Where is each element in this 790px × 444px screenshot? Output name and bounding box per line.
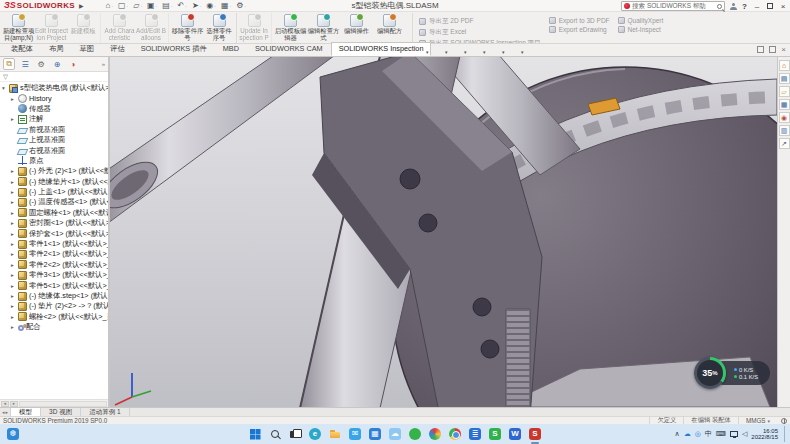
tree-item[interactable]: 固定螺栓<1> (默认<<默认>_显示状: [0, 208, 108, 218]
tree-item[interactable]: 原点: [0, 156, 108, 166]
edit-inspection-project-button[interactable]: Edit Inspection Project: [35, 13, 68, 43]
tree-item[interactable]: 配合: [0, 322, 108, 332]
expand-arrow-icon[interactable]: [11, 251, 16, 257]
headsup-icon[interactable]: [356, 46, 369, 59]
add-characteristic-button[interactable]: Add Characteristic: [103, 13, 136, 43]
expand-arrow-icon[interactable]: [11, 210, 16, 216]
file-explorer-icon[interactable]: ▱: [779, 86, 790, 97]
doc-close-button[interactable]: ×: [781, 46, 786, 53]
expand-arrow-icon[interactable]: [11, 96, 16, 102]
model-tab[interactable]: 模型: [11, 408, 41, 416]
scroll-tabs-right-icon[interactable]: ▸: [6, 409, 9, 415]
scroll-left-icon[interactable]: ◂: [1, 401, 9, 407]
net-inspect-item[interactable]: Net-Inspect: [618, 26, 664, 33]
display-tray-icon[interactable]: [730, 431, 738, 437]
expand-arrow-icon[interactable]: [11, 116, 16, 122]
expand-arrow-icon[interactable]: [11, 314, 16, 320]
file-explorer-icon[interactable]: [328, 427, 342, 441]
expand-arrow-icon[interactable]: [11, 293, 16, 299]
menu-flyout-icon[interactable]: ▶: [79, 2, 84, 9]
edge-icon[interactable]: e: [308, 427, 322, 441]
wps-w-icon[interactable]: W: [508, 427, 522, 441]
edit-recipe-button[interactable]: 编辑配方: [373, 13, 406, 43]
tree-filter-bar[interactable]: ▽: [0, 72, 108, 82]
tree-item[interactable]: (-) 外壳 (2)<1> (默认<<默认>_显示状: [0, 166, 108, 176]
expand-arrow-icon[interactable]: [11, 220, 16, 226]
dropdown-caret-icon[interactable]: ▾: [445, 49, 449, 55]
globe-icon[interactable]: [781, 418, 787, 424]
ime-keyboard-icon[interactable]: ⌨: [716, 430, 726, 438]
search-button[interactable]: [268, 427, 282, 441]
tab-layout[interactable]: 布局: [41, 42, 72, 56]
options-icon[interactable]: ⚙·: [236, 2, 246, 10]
doc-minimize-button[interactable]: [757, 46, 764, 53]
minimize-button[interactable]: –: [752, 2, 762, 11]
remove-balloons-button[interactable]: 移除零件序号: [171, 13, 204, 43]
3d-model-thermocouple-assembly[interactable]: [110, 57, 777, 407]
3d-views-tab[interactable]: 3D 视图: [41, 408, 81, 416]
expand-arrow-icon[interactable]: [11, 303, 16, 309]
save-icon[interactable]: ▣·: [147, 2, 157, 10]
tree-item[interactable]: 零件5<1> (默认<<默认>_显示状态: [0, 280, 108, 290]
expand-arrow-icon[interactable]: [11, 199, 16, 205]
user-account-icon[interactable]: [730, 3, 737, 10]
export-excel-item[interactable]: 导出至 Excel: [419, 28, 541, 37]
display-manager-tab[interactable]: ◑: [67, 58, 79, 70]
wps-s-icon[interactable]: S: [488, 427, 502, 441]
tree-item[interactable]: History: [0, 93, 108, 103]
panel-horizontal-scrollbar[interactable]: ◂ ▸: [0, 399, 108, 407]
ime-language[interactable]: 中: [705, 430, 712, 438]
undo-icon[interactable]: ↶·: [178, 2, 187, 10]
restore-button[interactable]: [767, 3, 773, 9]
show-desktop-button[interactable]: [784, 426, 786, 442]
print-icon[interactable]: ▤·: [162, 2, 172, 10]
chrome-icon[interactable]: [448, 427, 462, 441]
expand-arrow-icon[interactable]: [11, 189, 16, 195]
panel-tabs-overflow-icon[interactable]: »: [102, 61, 105, 67]
tab-assembly[interactable]: 装配体: [3, 42, 41, 56]
search-icon[interactable]: [717, 4, 722, 9]
app-green-icon[interactable]: [408, 427, 422, 441]
headsup-icon[interactable]: [413, 46, 426, 59]
tab-sketch[interactable]: 草图: [71, 42, 102, 56]
expand-arrow-icon[interactable]: [11, 324, 16, 330]
tab-cam[interactable]: SOLIDWORKS CAM: [247, 42, 331, 56]
tree-item[interactable]: 传感器: [0, 104, 108, 114]
volume-tray-icon[interactable]: ◁: [742, 430, 747, 438]
dropdown-caret-icon[interactable]: ▾: [502, 49, 506, 55]
tree-item[interactable]: (-) 温度传感器<1> (默认<<默认>_显: [0, 197, 108, 207]
scroll-right-icon[interactable]: ▸: [10, 401, 18, 407]
add-edit-balloons-button[interactable]: Add/Edit Balloons: [136, 13, 169, 43]
onedrive-icon[interactable]: ☁: [388, 427, 402, 441]
new-inspection-project-button[interactable]: 新建检查项目(amp;N): [2, 13, 35, 43]
start-button[interactable]: [248, 427, 262, 441]
tab-mbd[interactable]: MBD: [215, 42, 247, 56]
tree-item[interactable]: 零件2<1> (默认<<默认>_显示状态: [0, 249, 108, 259]
tree-item[interactable]: (-) 绝缘垫片<1> (默认<<默认>_显示状: [0, 177, 108, 187]
solidworks-app-icon[interactable]: S: [528, 427, 542, 441]
dropdown-caret-icon[interactable]: ▾: [464, 49, 468, 55]
expand-arrow-icon[interactable]: [11, 283, 16, 289]
tree-item[interactable]: 保护套<1> (默认<<默认>_显示状: [0, 228, 108, 238]
expand-arrow-icon[interactable]: [11, 179, 16, 185]
new-template-button[interactable]: 新建模板: [68, 13, 101, 43]
custom-properties-icon[interactable]: ▥: [779, 125, 790, 136]
dropdown-caret-icon[interactable]: ▾: [426, 49, 430, 55]
export-3d-pdf-item[interactable]: Export to 3D PDF: [549, 17, 610, 24]
headsup-icon[interactable]: [470, 46, 483, 59]
tree-item[interactable]: 前视基准面: [0, 125, 108, 135]
headsup-icon[interactable]: [508, 46, 521, 59]
tray-onedrive-icon[interactable]: ☁: [684, 430, 691, 438]
expand-arrow-icon[interactable]: [11, 272, 16, 278]
scroll-tabs-left-icon[interactable]: ◂: [2, 409, 5, 415]
rebuild-icon[interactable]: ◉·: [206, 2, 216, 10]
home-icon[interactable]: ⌂·: [106, 2, 114, 10]
tab-evaluate[interactable]: 评估: [102, 42, 133, 56]
edit-inspection-method-button[interactable]: 编辑检查方式: [307, 13, 340, 43]
select-icon[interactable]: ➤·: [192, 2, 201, 10]
usage-percent-ring[interactable]: 35%: [694, 357, 726, 389]
edit-operation-button[interactable]: 编辑操作: [340, 13, 373, 43]
expand-arrow-icon[interactable]: [11, 168, 16, 174]
tree-item[interactable]: 右视基准面: [0, 145, 108, 155]
update-inspection-project-button[interactable]: Update Inspection Project: [239, 13, 272, 43]
